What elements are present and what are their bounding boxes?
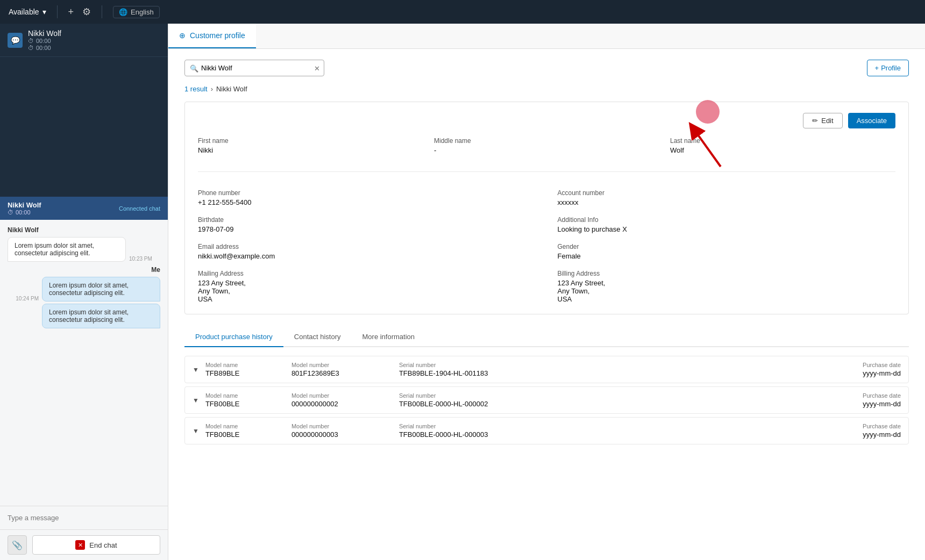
associate-button[interactable]: Associate [848, 113, 895, 128]
model-number-label-3: Model number [291, 423, 399, 429]
chat-icon: 💬 [8, 33, 23, 48]
additional-label: Additional Info [558, 216, 896, 224]
gender-label: Gender [558, 243, 896, 250]
chat-input-area[interactable] [0, 506, 168, 529]
first-name-value: Nikki [198, 146, 423, 154]
end-chat-button[interactable]: ✕ End chat [32, 535, 160, 555]
time1: 00:00 [36, 38, 51, 44]
end-chat-label: End chat [89, 541, 117, 549]
billing-label: Billing Address [558, 270, 896, 277]
purchase-date-label-1: Purchase date [826, 362, 901, 368]
model-number-value-2: 000000000002 [291, 400, 399, 408]
billing-line2: Any Town, [558, 287, 896, 295]
search-bar-row: 🔍 ✕ + Profile [184, 60, 909, 76]
settings-button[interactable]: ⚙ [82, 6, 91, 18]
more-info-tab-label: More information [362, 333, 415, 341]
prod-number-3: Model number 000000000003 [291, 423, 399, 439]
gender-value: Female [558, 252, 896, 260]
divider [57, 5, 58, 18]
edit-button[interactable]: ✏ Edit [803, 113, 842, 128]
tab-product-purchase-history[interactable]: Product purchase history [184, 327, 283, 347]
chevron-icon-3[interactable]: ▼ [193, 427, 199, 435]
mailing-line2: Any Town, [198, 287, 536, 295]
middle-name-value: - [434, 146, 659, 154]
active-chat-name: Nikki Wolf [8, 201, 41, 209]
add-button[interactable]: + [68, 6, 74, 18]
middle-name-label: Middle name [434, 137, 659, 145]
mailing-line3: USA [198, 295, 536, 303]
clear-search-button[interactable]: ✕ [314, 64, 320, 72]
associate-label: Associate [857, 117, 887, 125]
gender-field: Gender Female [558, 243, 896, 260]
purchase-date-value-1: yyyy-mm-dd [826, 369, 901, 377]
profile-tab-icon: ⊕ [179, 31, 186, 40]
additional-value: Looking to purchase X [558, 225, 896, 233]
contact-name: Nikki Wolf [28, 29, 61, 38]
phone-value: +1 212-555-5400 [198, 198, 536, 206]
model-name-label-3: Model name [205, 423, 291, 429]
prod-date-3: Purchase date yyyy-mm-dd [826, 423, 901, 439]
edit-icon: ✏ [812, 117, 818, 125]
active-chat-status: Connected chat [119, 205, 160, 212]
chevron-down-icon: ▾ [42, 8, 46, 16]
serial-number-label-2: Serial number [399, 392, 826, 399]
customer-profile-detail: ✏ Edit Associate First name Nikki [184, 102, 909, 314]
main-layout: 💬 Nikki Wolf ⏱ 00:00 ⏱ 00:00 [0, 24, 925, 560]
account-label: Account number [558, 189, 896, 197]
model-number-value-1: 801F123689E3 [291, 369, 399, 377]
mailing-label: Mailing Address [198, 270, 536, 277]
add-profile-button[interactable]: + Profile [867, 60, 909, 76]
profile-actions: ✏ Edit Associate [198, 113, 895, 128]
birthdate-field: Birthdate 1978-07-09 [198, 216, 536, 233]
model-name-value-2: TFB00BLE [205, 400, 291, 408]
birthdate-label: Birthdate [198, 216, 536, 224]
tab-customer-profile[interactable]: ⊕ Customer profile [168, 24, 256, 48]
msg-sender-outgoing: Me [151, 266, 160, 274]
contact-history-tab-label: Contact history [294, 333, 341, 341]
prod-date-2: Purchase date yyyy-mm-dd [826, 392, 901, 408]
chat-empty-area [0, 57, 168, 197]
edit-label: Edit [821, 117, 833, 125]
first-name-label: First name [198, 137, 423, 145]
tab-label: Customer profile [190, 31, 245, 40]
divider2 [102, 5, 102, 18]
tab-more-information[interactable]: More information [352, 327, 426, 347]
chevron-icon-2[interactable]: ▼ [193, 397, 199, 404]
message-group-outgoing: Me Lorem ipsum dolor sit amet, consectet… [8, 266, 160, 328]
clock-icon3: ⏱ [8, 209, 13, 216]
tab-contact-history[interactable]: Contact history [283, 327, 352, 347]
search-icon: 🔍 [190, 64, 198, 72]
mailing-line1: 123 Any Street, [198, 279, 536, 287]
profile-btn-label: Profile [881, 64, 901, 72]
account-value: xxxxxx [558, 198, 896, 206]
prod-serial-2: Serial number TFB00BLE-0000-HL-000002 [399, 392, 826, 408]
breadcrumb-name: Nikki Wolf [216, 85, 247, 93]
chevron-icon-1[interactable]: ▼ [193, 366, 199, 374]
plus-icon: + [875, 64, 879, 72]
status-dropdown[interactable]: Available ▾ [9, 8, 46, 16]
email-label: Email address [198, 243, 536, 250]
msg-time-outgoing1: 10:24 PM [16, 296, 39, 301]
email-value: nikki.wolf@example.com [198, 252, 536, 260]
attach-button[interactable]: 📎 [8, 535, 27, 555]
breadcrumb-result[interactable]: 1 result [184, 85, 208, 93]
purchase-date-label-2: Purchase date [826, 392, 901, 399]
mailing-field: Mailing Address 123 Any Street, Any Town… [198, 270, 536, 303]
msg-time-incoming: 10:23 PM [129, 256, 152, 262]
breadcrumb: 1 result › Nikki Wolf [184, 85, 909, 93]
last-name-label: Last name [670, 137, 895, 145]
product-row-1: ▼ Model name TFB89BLE Model number 801F1… [184, 356, 909, 383]
serial-number-value-2: TFB00BLE-0000-HL-000002 [399, 400, 826, 408]
active-chat-bar[interactable]: Nikki Wolf ⏱ 00:00 Connected chat [0, 197, 168, 220]
model-name-value-3: TFB00BLE [205, 430, 291, 439]
search-wrapper: 🔍 ✕ [184, 60, 324, 76]
language-selector[interactable]: 🌐 English [113, 6, 160, 18]
prod-model-3: Model name TFB00BLE [205, 423, 291, 439]
msg-row-outgoing1: Lorem ipsum dolor sit amet, consectetur … [16, 277, 160, 301]
first-name-field: First name Nikki [198, 137, 423, 154]
billing-line1: 123 Any Street, [558, 279, 896, 287]
message-input[interactable] [8, 512, 160, 524]
breadcrumb-chevron-icon: › [211, 85, 213, 93]
search-input[interactable] [184, 60, 324, 76]
active-chat-time: ⏱ 00:00 [8, 209, 41, 216]
